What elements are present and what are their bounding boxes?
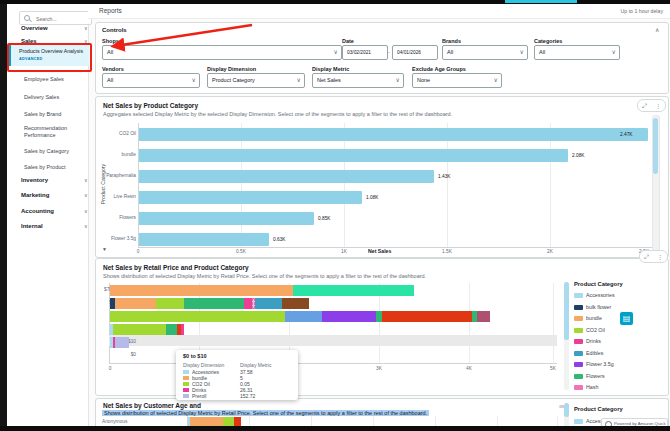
main-header: Reports Up to 1 hour delay xyxy=(88,4,670,19)
sidebar-item-employee-sales[interactable]: Employee Sales xyxy=(24,76,64,82)
chart1-bar-bundle[interactable] xyxy=(139,149,568,162)
sidebar-item-sales-by-brand[interactable]: Sales by Brand xyxy=(24,111,61,117)
chart2-row-10-to-25[interactable] xyxy=(110,324,184,335)
shops-select[interactable]: All ∨ xyxy=(102,45,342,60)
segment[interactable] xyxy=(184,298,244,309)
segment[interactable] xyxy=(156,298,184,309)
segment[interactable] xyxy=(285,311,322,322)
segment[interactable] xyxy=(110,311,285,322)
legend-scrollbar[interactable] xyxy=(564,282,569,390)
legend-item[interactable]: Accessories xyxy=(586,292,615,298)
legend-chip[interactable] xyxy=(574,362,583,367)
segment[interactable] xyxy=(322,311,376,322)
side-panel-icon[interactable]: ▤ xyxy=(620,312,633,325)
chart1-card: Net Sales by Product Category Aggregates… xyxy=(95,96,669,258)
chart1-subtitle: Aggregates selected Display Metric by th… xyxy=(103,111,452,117)
sidebar-item-delivery-sales[interactable]: Delivery Sales xyxy=(24,94,59,100)
legend-item[interactable]: CO2 Oil xyxy=(586,327,605,333)
chart2-row-0-to-10[interactable] xyxy=(110,337,129,348)
legend-scrollbar-thumb[interactable] xyxy=(564,282,569,340)
segment[interactable] xyxy=(255,298,282,309)
legend-scrollbar-thumb[interactable] xyxy=(564,403,569,417)
date-start-input[interactable]: 03/02/2021 xyxy=(342,45,388,60)
chart-tooltip: $0 to $10 Display Dimension Display Metr… xyxy=(176,350,298,400)
segment[interactable] xyxy=(234,417,241,426)
segment[interactable] xyxy=(282,298,309,309)
sidebar-section-accounting[interactable]: Accounting xyxy=(21,208,54,214)
chart3-subtitle-highlighted: Shows distribution of selected Display M… xyxy=(102,410,429,416)
chart2-row-25-to-45[interactable] xyxy=(110,311,490,322)
expand-icon[interactable]: ⤢ xyxy=(642,103,647,109)
chart2-row-45-and-70[interactable] xyxy=(110,298,309,309)
segment[interactable] xyxy=(382,311,472,322)
segment[interactable] xyxy=(113,324,166,335)
chart2-hover-band xyxy=(109,335,557,346)
sidebar-item-recommendation-performance[interactable]: Recommendation Performance xyxy=(24,125,82,140)
segment[interactable] xyxy=(190,417,223,426)
sidebar-section-internal[interactable]: Internal xyxy=(21,223,43,229)
legend-chip[interactable] xyxy=(574,316,583,321)
legend-chip[interactable] xyxy=(574,419,583,424)
legend-scrollbar[interactable] xyxy=(564,403,569,427)
legend-chip[interactable] xyxy=(574,374,583,379)
sidebar-section-inventory[interactable]: Inventory xyxy=(21,177,48,183)
search-box[interactable] xyxy=(19,11,92,25)
expand-icon[interactable]: ⤢ xyxy=(644,254,649,260)
chart1-bar-co2-oil[interactable] xyxy=(139,128,648,141)
gridline xyxy=(550,123,551,247)
legend-chip[interactable] xyxy=(574,351,583,356)
legend-chip[interactable] xyxy=(574,305,583,310)
sidebar-section-overview[interactable]: Overview xyxy=(21,25,48,31)
legend-chip[interactable] xyxy=(574,328,583,333)
date-end-input[interactable]: 04/01/2026 xyxy=(392,45,438,60)
x-tick: 3K xyxy=(367,366,391,371)
legend-item[interactable]: bundle xyxy=(586,315,602,321)
chart3-category: Anonymous xyxy=(102,419,134,424)
brands-label: Brands xyxy=(442,38,461,44)
sidebar-section-sales[interactable]: Sales xyxy=(21,38,37,44)
chart1-bar-live-resin[interactable] xyxy=(139,191,362,204)
sidebar-item-sales-by-product[interactable]: Sales by Product xyxy=(24,164,66,170)
display-dimension-select[interactable]: Product Category ∨ xyxy=(207,73,305,88)
tooltip-chip xyxy=(183,376,189,380)
sidebar-section-marketing[interactable]: Marketing xyxy=(21,192,49,198)
search-input[interactable] xyxy=(34,13,90,24)
segment[interactable] xyxy=(223,417,234,426)
segment[interactable] xyxy=(181,324,184,335)
legend-item[interactable]: Drinks xyxy=(586,338,601,344)
legend-item[interactable]: Flower 3.5g xyxy=(586,361,614,367)
display-metric-select[interactable]: Net Sales ∨ xyxy=(312,73,404,88)
legend-item[interactable]: Edibles xyxy=(586,350,603,356)
segment[interactable] xyxy=(115,337,129,348)
filter-funnel-icon[interactable]: ▼ xyxy=(102,246,107,252)
date-start-value: 03/02/2021 xyxy=(347,50,371,55)
segment[interactable] xyxy=(244,298,252,309)
legend-item[interactable]: bulk flower xyxy=(586,304,611,310)
chart1-scrollbar[interactable] xyxy=(652,115,660,251)
legend-item[interactable]: Flowers xyxy=(586,373,605,379)
chart1-bar-flower-35g[interactable] xyxy=(139,233,269,246)
vendors-select[interactable]: All ∨ xyxy=(102,73,200,88)
legend-chip[interactable] xyxy=(574,293,583,298)
segment[interactable] xyxy=(115,298,156,309)
kebab-menu-icon[interactable]: ⋮ xyxy=(657,254,663,260)
exclude-age-groups-select[interactable]: None ∨ xyxy=(412,73,502,88)
chart3-row-anonymous[interactable] xyxy=(188,417,241,426)
chart1-scrollbar-thumb[interactable] xyxy=(653,118,658,174)
brands-select[interactable]: All ∨ xyxy=(442,45,528,60)
legend-chip[interactable] xyxy=(574,385,583,390)
segment[interactable] xyxy=(166,324,177,335)
chart1-bar-paraphernalia[interactable] xyxy=(139,170,434,183)
chart1-bar-flowers[interactable] xyxy=(139,212,314,225)
sidebar-item-products-overview-analysis[interactable]: Products Overview Analysis ADVANCED xyxy=(9,45,89,66)
segment[interactable] xyxy=(110,285,293,296)
legend-chip[interactable] xyxy=(574,339,583,344)
segment[interactable] xyxy=(477,311,490,322)
kebab-menu-icon[interactable]: ⋮ xyxy=(655,103,661,109)
legend-item[interactable]: Hash xyxy=(586,384,598,390)
collapse-chevron-icon[interactable]: ∧ xyxy=(655,26,659,33)
categories-select[interactable]: All ∨ xyxy=(534,45,620,60)
segment[interactable] xyxy=(293,285,414,296)
sidebar-item-sales-by-category[interactable]: Sales by Category xyxy=(24,148,69,154)
chart2-row-70-and-above[interactable] xyxy=(110,285,414,296)
